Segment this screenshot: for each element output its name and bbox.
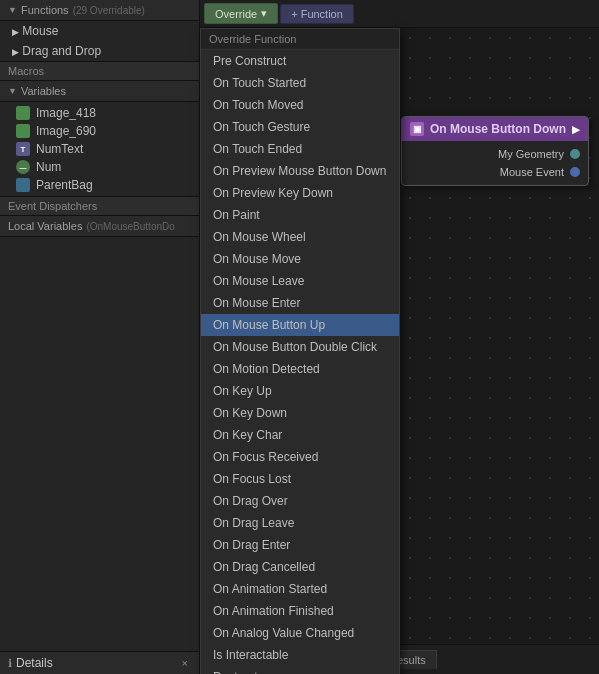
dropdown-item-paint[interactable]: On Paint [201, 204, 399, 226]
local-vars-note: (OnMouseButtonDo [86, 221, 174, 232]
dropdown-item-touch-moved[interactable]: On Touch Moved [201, 94, 399, 116]
dropdown-item-drag-over[interactable]: On Drag Over [201, 490, 399, 512]
image-icon [16, 106, 30, 120]
geometry-label: My Geometry [498, 148, 564, 160]
function-label: + Function [291, 8, 343, 20]
dropdown-item-motion-detected[interactable]: On Motion Detected [201, 358, 399, 380]
var-name: Image_418 [36, 106, 96, 120]
functions-count: (29 Overridable) [73, 5, 145, 16]
bp-node-title: On Mouse Button Down [430, 122, 566, 136]
dropdown-item-mouse-move[interactable]: On Mouse Move [201, 248, 399, 270]
details-icon: ℹ [8, 657, 12, 670]
details-label: Details [16, 656, 53, 670]
details-left: ℹ Details [8, 656, 53, 670]
dropdown-item-touch-started[interactable]: On Touch Started [201, 72, 399, 94]
override-label: Override [215, 8, 257, 20]
bottom-panel: ℹ Details × [0, 651, 199, 674]
dropdown-item-animation-started[interactable]: On Animation Started [201, 578, 399, 600]
variables-label: Variables [21, 85, 66, 97]
dropdown-item-touch-gesture[interactable]: On Touch Gesture [201, 116, 399, 138]
variables-arrow: ▼ [8, 86, 17, 96]
macros-header: Macros [0, 61, 199, 81]
var-name: ParentBag [36, 178, 93, 192]
geometry-pin[interactable] [570, 149, 580, 159]
dropdown-item-analog-value[interactable]: On Analog Value Changed [201, 622, 399, 644]
list-item[interactable]: — Num [0, 158, 199, 176]
details-bar: ℹ Details × [0, 652, 199, 674]
drag-drop-label: Drag and Drop [22, 44, 101, 58]
dropdown-item-destruct[interactable]: Destruct [201, 666, 399, 674]
dropdown-item-mouse-wheel[interactable]: On Mouse Wheel [201, 226, 399, 248]
dropdown-item-mouse-enter[interactable]: On Mouse Enter [201, 292, 399, 314]
dropdown-item-drag-cancelled[interactable]: On Drag Cancelled [201, 556, 399, 578]
bp-node-play-icon: ▶ [572, 124, 580, 135]
top-toolbar: Override ▾ + Function [200, 0, 599, 28]
dropdown-item-preview-mouse-down[interactable]: On Preview Mouse Button Down [201, 160, 399, 182]
override-button[interactable]: Override ▾ [204, 3, 278, 24]
dropdown-item-key-down[interactable]: On Key Down [201, 402, 399, 424]
bp-node-mouse-button-down: ▣ On Mouse Button Down ▶ My Geometry Mou… [401, 116, 589, 186]
dropdown-item-drag-enter[interactable]: On Drag Enter [201, 534, 399, 556]
list-item[interactable]: ParentBag [0, 176, 199, 194]
mouse-event-label: Mouse Event [500, 166, 564, 178]
dropdown-item-key-char[interactable]: On Key Char [201, 424, 399, 446]
var-name: Num [36, 160, 61, 174]
dropdown-item-focus-received[interactable]: On Focus Received [201, 446, 399, 468]
bp-node-icon: ▣ [410, 122, 424, 136]
list-item[interactable]: T NumText [0, 140, 199, 158]
num-icon: — [16, 160, 30, 174]
list-item[interactable]: Image_690 [0, 122, 199, 140]
dropdown-item-preview-key-down[interactable]: On Preview Key Down [201, 182, 399, 204]
functions-header: ▼ Functions (29 Overridable) [0, 0, 199, 21]
override-dropdown: Override Function Pre Construct On Touch… [200, 28, 400, 674]
dropdown-item-mouse-double-click[interactable]: On Mouse Button Double Click [201, 336, 399, 358]
functions-label: Functions [21, 4, 69, 16]
mouse-item[interactable]: ▶ Mouse [0, 21, 199, 41]
variables-header: ▼ Variables [0, 81, 199, 102]
dropdown-item-drag-leave[interactable]: On Drag Leave [201, 512, 399, 534]
details-close-button[interactable]: × [179, 657, 191, 669]
image-icon [16, 124, 30, 138]
text-icon: T [16, 142, 30, 156]
bag-icon [16, 178, 30, 192]
dropdown-item-key-up[interactable]: On Key Up [201, 380, 399, 402]
dropdown-item-pre-construct[interactable]: Pre Construct [201, 50, 399, 72]
dropdown-item-mouse-button-up[interactable]: On Mouse Button Up [201, 314, 399, 336]
bp-pin-mouse-event: Mouse Event [402, 163, 588, 181]
local-variables-header: Local Variables (OnMouseButtonDo [0, 216, 199, 237]
dropdown-header: Override Function [201, 29, 399, 50]
dropdown-item-touch-ended[interactable]: On Touch Ended [201, 138, 399, 160]
var-name: Image_690 [36, 124, 96, 138]
add-function-button[interactable]: + Function [280, 4, 354, 24]
event-dispatchers-header: Event Dispatchers [0, 196, 199, 216]
dropdown-item-is-interactable[interactable]: Is Interactable [201, 644, 399, 666]
bp-pin-geometry: My Geometry [402, 145, 588, 163]
left-panel: ▼ Functions (29 Overridable) ▶ Mouse ▶ D… [0, 0, 200, 674]
dropdown-item-focus-lost[interactable]: On Focus Lost [201, 468, 399, 490]
variables-list: Image_418 Image_690 T NumText — Num Pare… [0, 102, 199, 196]
mouse-event-pin[interactable] [570, 167, 580, 177]
functions-arrow: ▼ [8, 5, 17, 15]
drag-drop-item[interactable]: ▶ Drag and Drop [0, 41, 199, 61]
local-vars-label: Local Variables [8, 220, 82, 232]
mouse-label: Mouse [22, 24, 58, 38]
dropdown-item-animation-finished[interactable]: On Animation Finished [201, 600, 399, 622]
bp-node-header: ▣ On Mouse Button Down ▶ [402, 117, 588, 141]
var-name: NumText [36, 142, 83, 156]
override-arrow-icon: ▾ [261, 7, 267, 20]
dropdown-item-mouse-leave[interactable]: On Mouse Leave [201, 270, 399, 292]
bp-node-body: My Geometry Mouse Event [402, 141, 588, 185]
list-item[interactable]: Image_418 [0, 104, 199, 122]
